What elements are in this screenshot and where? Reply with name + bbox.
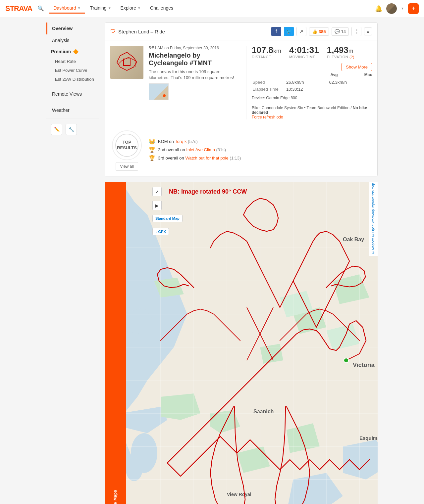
bell-icon[interactable]: 🔔 <box>375 5 382 12</box>
speed-avg: 26.8km/h <box>286 79 329 85</box>
nav-right: 🔔 ▼ + <box>375 3 419 14</box>
sidebar-item-est-25w[interactable]: Est 25W Distribution <box>46 75 99 84</box>
distance-stat: 107.8km Distance <box>252 46 281 59</box>
second-overall-link[interactable]: Inlet Ave Climb <box>186 147 215 152</box>
kudos-button[interactable]: 👍 385 <box>309 27 329 36</box>
pan-controls: ▶ <box>152 201 162 210</box>
results-list: 👑 KOM on Torq k (57s) 🏆 2nd overall on I… <box>149 138 372 163</box>
moving-time-label: Moving Time <box>289 55 319 59</box>
activity-title: Stephen Lund – Ride <box>118 29 165 34</box>
activity-header-right: f 🐦 ↗ 👍 385 💬 14 <box>271 27 372 36</box>
moving-time-value: 4:01:31 <box>289 46 319 54</box>
kom-trophy-icon: 👑 <box>149 138 155 145</box>
table-row: Speed 26.8km/h 62.3km/h <box>252 79 371 85</box>
show-more-button[interactable]: Show More <box>342 63 372 71</box>
avatar[interactable] <box>386 3 397 14</box>
sidebar-item-est-power-curve[interactable]: Est Power Curve <box>46 66 99 75</box>
activity-header-left: 🛡 Stephen Lund – Ride <box>110 28 165 34</box>
speed-label: Speed <box>252 79 286 85</box>
edit-button[interactable]: ✏️ <box>51 124 62 135</box>
improve-map-link[interactable]: © Mapbox © OpenStreetMap Improve this ma… <box>369 182 378 256</box>
sidebar-divider-2 <box>46 102 99 102</box>
gold-trophy-icon: 🏆 <box>149 147 155 153</box>
activity-map-thumbnail[interactable] <box>110 46 143 79</box>
sidebar-tools: ✏️ 🔧 <box>46 120 99 138</box>
sidebar-item-analysis[interactable]: Analysis <box>46 34 99 46</box>
fullscreen-button[interactable]: ⤢ <box>152 187 162 196</box>
activity-header: 🛡 Stephen Lund – Ride f 🐦 ↗ 👍 38 <box>105 23 377 40</box>
main-layout: Overview Analysis Premium 🔶 Heart Rate E… <box>46 17 378 504</box>
chevron-down-icon: ▼ <box>108 6 111 10</box>
standard-map-button[interactable]: Standard Map <box>152 215 183 222</box>
activity-description: The canvas for this one is 109 square ki… <box>149 69 241 81</box>
comments-count: 14 <box>341 29 346 34</box>
map-thumb-bg <box>110 46 143 79</box>
elapsed-value: 10:30:12 <box>286 86 371 92</box>
svg-point-2 <box>126 458 142 481</box>
nav-explore[interactable]: Explore ▼ <box>117 3 145 14</box>
list-item: 👑 KOM on Torq k (57s) <box>149 138 372 145</box>
svg-text:Esquimalt: Esquimalt <box>359 435 378 441</box>
activity-card: 🛡 Stephen Lund – Ride f 🐦 ↗ 👍 38 <box>105 23 378 176</box>
elevation-value: 1,493m <box>327 46 354 54</box>
map-controls: ⤢ ▶ <box>152 187 162 210</box>
chevron-down-icon[interactable]: ▼ <box>401 7 404 10</box>
mini-map-image <box>149 84 168 100</box>
sidebar-item-weather[interactable]: Weather <box>46 104 99 116</box>
nav-dashboard[interactable]: Dashboard ▼ <box>49 3 84 14</box>
wrench-icon: 🔧 <box>69 127 74 132</box>
pencil-icon: ✏️ <box>54 127 60 132</box>
strava-logo[interactable]: STRAVA <box>5 4 32 13</box>
activity-stats: 107.8km Distance 4:01:31 Moving Time 1,4… <box>246 46 372 119</box>
twitter-icon: 🐦 <box>286 29 292 34</box>
top-results: TOP RESULTS View all 👑 KOM on Torq k ( <box>105 125 377 176</box>
nav-challenges[interactable]: Challenges <box>146 3 177 14</box>
google-maps-link[interactable]: View in Google Maps <box>113 490 118 504</box>
force-refresh-link[interactable]: Force refresh odo <box>252 115 283 119</box>
device-info: Device: Garmin Edge 800 Bike: Cannondale… <box>252 96 372 119</box>
svg-text:View Royal: View Royal <box>227 492 251 497</box>
wrench-button[interactable]: 🔧 <box>66 124 77 135</box>
route-thumbnail-svg <box>110 46 143 79</box>
avatar-image <box>386 3 397 14</box>
nav-links: Dashboard ▼ Training ▼ Explore ▼ Challen… <box>49 3 375 14</box>
sidebar-divider <box>46 86 99 86</box>
collapse-button[interactable]: ▲ <box>364 27 372 35</box>
facebook-share-button[interactable]: f <box>271 27 281 36</box>
stats-top: 107.8km Distance 4:01:31 Moving Time 1,4… <box>252 46 372 59</box>
chevron-up-icon: ▲ <box>366 29 370 34</box>
gpx-download-button[interactable]: ↓ GPX <box>152 228 169 235</box>
third-overall-link[interactable]: Watch out for that pole <box>185 156 228 160</box>
add-activity-button[interactable]: + <box>408 3 419 14</box>
navbar: STRAVA 🔍 Dashboard ▼ Training ▼ Explore … <box>0 0 424 17</box>
view-all-button[interactable]: View all <box>116 162 138 171</box>
map-section: View in Google Maps <box>105 182 378 504</box>
distance-value: 107.8km <box>252 46 281 54</box>
pan-right-button[interactable]: ▶ <box>152 201 162 210</box>
elevation-label: Elevation (?) <box>327 55 354 59</box>
share-icon: ↗ <box>299 29 303 34</box>
search-icon[interactable]: 🔍 <box>37 5 44 12</box>
svg-text:Saanich: Saanich <box>253 409 274 414</box>
comments-button[interactable]: 💬 14 <box>332 27 349 36</box>
activity-mini-map[interactable] <box>149 83 169 100</box>
kom-link[interactable]: Torq k <box>175 139 186 144</box>
premium-icon: 🔶 <box>73 49 79 54</box>
comment-icon: 💬 <box>335 29 340 34</box>
facebook-icon: f <box>276 29 277 34</box>
sidebar-divider-3 <box>46 118 99 118</box>
top-results-label: TOP RESULTS <box>114 140 140 151</box>
sidebar-item-overview[interactable]: Overview <box>46 23 99 34</box>
elevation-help-link[interactable]: (?) <box>349 55 354 59</box>
twitter-share-button[interactable]: 🐦 <box>284 27 294 36</box>
sidebar-item-heart-rate[interactable]: Heart Rate <box>46 57 99 66</box>
nav-training[interactable]: Training ▼ <box>86 3 115 14</box>
share-button[interactable]: ↗ <box>296 27 306 36</box>
elapsed-label: Elapsed Time <box>252 86 286 92</box>
list-item: 🏆 3rd overall on Watch out for that pole… <box>149 155 372 161</box>
qr-icon: ▪▪▪▪ <box>356 28 357 34</box>
thumbs-up-icon: 👍 <box>312 29 317 34</box>
sidebar-item-remote-views[interactable]: Remote Views <box>46 88 99 100</box>
qr-button[interactable]: ▪▪▪▪ <box>351 27 361 36</box>
activity-date: 5:51 AM on Friday, September 30, 2016 <box>149 46 241 50</box>
